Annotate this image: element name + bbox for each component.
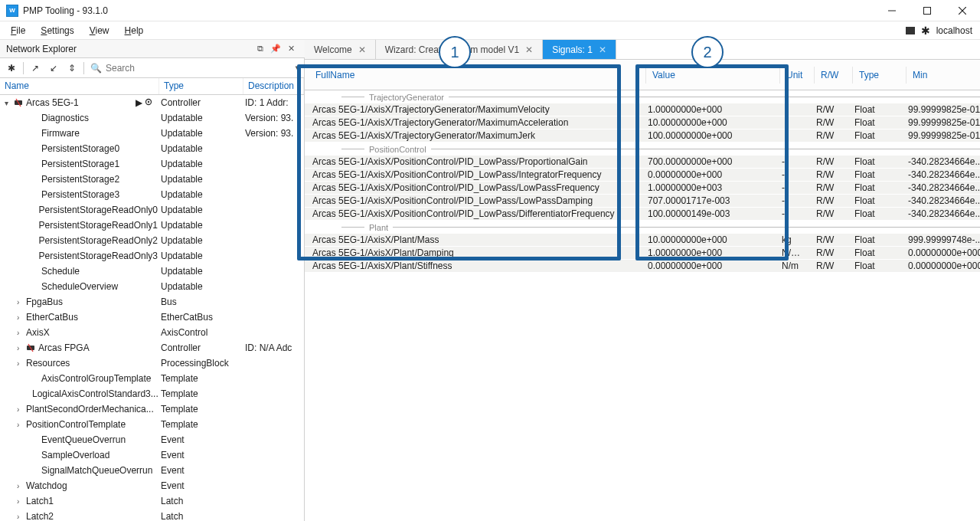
tab[interactable]: Wizard: Create system model V1✕ (376, 40, 543, 59)
cell-value[interactable]: 100.00000149e-003 (642, 208, 776, 219)
expand-icon[interactable]: ↗ (28, 61, 42, 75)
tree-row[interactable]: AxisControlGroupTemplateTemplate (0, 371, 304, 386)
cell-value[interactable]: 100.00000000e+000 (642, 130, 776, 141)
expander-icon[interactable]: › (17, 482, 26, 490)
tab-close-icon[interactable]: ✕ (525, 44, 533, 55)
expander-icon[interactable]: › (17, 329, 26, 337)
tree-row[interactable]: ›ResourcesProcessingBlock (0, 356, 304, 371)
search-input[interactable] (106, 63, 288, 74)
cell-value[interactable]: 707.00001717e-003 (642, 195, 776, 206)
expander-icon[interactable]: › (17, 497, 26, 506)
tree-row[interactable]: ›AxisXAxisControl (0, 325, 304, 340)
menu-view[interactable]: View (82, 24, 117, 38)
tree-row[interactable]: PersistentStorageReadOnly2Updatable (0, 233, 304, 248)
collapse-icon[interactable]: ↙ (47, 61, 60, 75)
tree-row[interactable]: FirmwareUpdatableVersion: 93. (0, 126, 304, 141)
grid-row[interactable]: Arcas 5EG-1/AxisX/PositionControl/PID_Lo… (305, 195, 980, 208)
tree-row[interactable]: ›Latch1Latch (0, 493, 304, 509)
grid-row[interactable]: Arcas 5EG-1/AxisX/TrajectoryGenerator/Ma… (305, 116, 980, 129)
tree-row[interactable]: ScheduleUpdatable (0, 264, 304, 279)
cell-value[interactable]: 1.00000000e+000 (642, 247, 776, 258)
col-rw[interactable]: R/W (815, 67, 853, 84)
tree-row[interactable]: SignalMatchQueueOverrunEvent (0, 463, 304, 478)
grid-row[interactable]: Arcas 5EG-1/AxisX/Plant/Stiffness0.00000… (305, 260, 980, 273)
node-label: PersistentStorage1 (41, 159, 119, 169)
panel-pin-button[interactable]: 📌 (268, 44, 283, 54)
tree-row[interactable]: DiagnosticsUpdatableVersion: 93. (0, 110, 304, 126)
play-icon[interactable]: ▶ (136, 97, 142, 109)
cell-value[interactable]: 0.00000000e+000 (642, 169, 776, 180)
cell-value[interactable]: 10.00000000e+000 (642, 234, 776, 245)
tab[interactable]: Welcome✕ (305, 40, 376, 59)
expander-icon[interactable]: › (17, 344, 26, 352)
tree-row[interactable]: PersistentStorage1Updatable (0, 156, 304, 172)
gear-icon[interactable] (144, 97, 153, 109)
panel-popout-button[interactable]: ⧉ (253, 44, 268, 54)
tree-row[interactable]: LogicalAxisControlStandard3...Template (0, 386, 304, 401)
cell-value[interactable]: 1.00000000e+003 (642, 182, 776, 193)
sort-icon[interactable]: ⇕ (65, 61, 79, 75)
col-name[interactable]: Name (0, 78, 159, 94)
tree-row[interactable]: ›Latch2Latch (0, 509, 304, 521)
col-desc[interactable]: Description (243, 78, 304, 94)
cell-value[interactable]: 0.00000000e+000 (642, 260, 776, 271)
node-type: Template (159, 404, 243, 415)
expander-icon[interactable]: ▾ (5, 99, 14, 107)
minimize-button[interactable] (874, 0, 910, 21)
node-label: PositionControlTemplate (26, 419, 126, 430)
close-button[interactable] (945, 0, 980, 21)
grid-row[interactable]: Arcas 5EG-1/AxisX/PositionControl/PID_Lo… (305, 208, 980, 221)
tree-row[interactable]: EventQueueOverrunEvent (0, 432, 304, 447)
grid-body[interactable]: TrajectoryGeneratorArcas 5EG-1/AxisX/Tra… (305, 90, 980, 273)
expander-icon[interactable]: › (17, 313, 26, 322)
expander-icon[interactable]: › (17, 359, 26, 368)
cell-value[interactable]: 700.00000000e+000 (642, 156, 776, 167)
connect-icon[interactable]: ✱ (5, 61, 18, 75)
col-min[interactable]: Min (906, 67, 980, 84)
col-type[interactable]: Type (853, 67, 906, 84)
tree-row[interactable]: SampleOverloadEvent (0, 447, 304, 463)
tab[interactable]: Signals: 1✕ (543, 40, 616, 59)
cell-value[interactable]: 1.00000000e+000 (642, 104, 776, 115)
tree-row[interactable]: PersistentStorage3Updatable (0, 187, 304, 202)
menu-help[interactable]: Help (117, 24, 152, 38)
col-unit[interactable]: Unit (780, 67, 815, 84)
panel-close-button[interactable]: ✕ (283, 44, 299, 54)
menu-file[interactable]: File (3, 24, 33, 38)
maximize-button[interactable] (910, 0, 945, 21)
expander-icon[interactable]: › (17, 405, 26, 414)
grid-row[interactable]: Arcas 5EG-1/AxisX/Plant/Damping1.0000000… (305, 247, 980, 260)
grid-row[interactable]: Arcas 5EG-1/AxisX/TrajectoryGenerator/Ma… (305, 129, 980, 143)
expander-icon[interactable]: › (17, 298, 26, 306)
tree-body[interactable]: ▾Arcas 5EG-1▶ControllerID: 1 Addr:Diagno… (0, 95, 304, 521)
expander-icon[interactable]: › (17, 421, 26, 429)
cell-value[interactable]: 10.00000000e+000 (642, 117, 776, 128)
tree-row[interactable]: ›EtherCatBusEtherCatBus (0, 310, 304, 325)
col-value[interactable]: Value (646, 67, 780, 84)
tree-row[interactable]: PersistentStorage2Updatable (0, 172, 304, 187)
grid-row[interactable]: Arcas 5EG-1/AxisX/Plant/Mass10.00000000e… (305, 234, 980, 247)
tab-close-icon[interactable]: ✕ (599, 44, 606, 55)
tree-row[interactable]: PersistentStorageReadOnly1Updatable (0, 218, 304, 233)
node-label: PersistentStorageReadOnly2 (39, 235, 158, 246)
tree-row[interactable]: ›PlantSecondOrderMechanica...Template (0, 401, 304, 417)
tree-row[interactable]: ›Arcas FPGAControllerID: N/A Adc (0, 340, 304, 356)
grid-row[interactable]: Arcas 5EG-1/AxisX/TrajectoryGenerator/Ma… (305, 103, 980, 116)
search-dropdown-icon[interactable]: ▼ (294, 64, 300, 71)
col-type[interactable]: Type (159, 78, 243, 94)
tree-row[interactable]: PersistentStorageReadOnly3Updatable (0, 248, 304, 264)
grid-row[interactable]: Arcas 5EG-1/AxisX/PositionControl/PID_Lo… (305, 169, 980, 182)
tree-row[interactable]: ›FpgaBusBus (0, 294, 304, 310)
tree-row[interactable]: PersistentStorage0Updatable (0, 141, 304, 156)
col-fullname[interactable]: FullName (309, 67, 646, 84)
menu-settings[interactable]: Settings (33, 24, 81, 38)
tree-row[interactable]: ›WatchdogEvent (0, 478, 304, 493)
tree-row[interactable]: ›PositionControlTemplateTemplate (0, 417, 304, 432)
tree-row[interactable]: ScheduleOverviewUpdatable (0, 279, 304, 294)
tree-row[interactable]: ▾Arcas 5EG-1▶ControllerID: 1 Addr: (0, 95, 304, 110)
tab-close-icon[interactable]: ✕ (358, 44, 366, 55)
expander-icon[interactable]: › (17, 513, 26, 521)
grid-row[interactable]: Arcas 5EG-1/AxisX/PositionControl/PID_Lo… (305, 156, 980, 169)
grid-row[interactable]: Arcas 5EG-1/AxisX/PositionControl/PID_Lo… (305, 182, 980, 195)
tree-row[interactable]: PersistentStorageReadOnly0Updatable (0, 202, 304, 218)
